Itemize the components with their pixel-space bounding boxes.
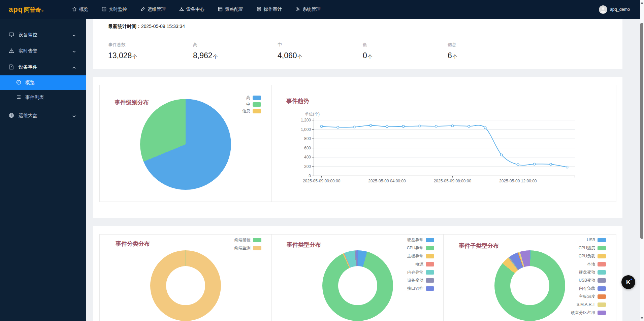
legend-label: 硬盘异常: [407, 237, 423, 243]
legend-swatch: [598, 302, 606, 307]
scroll-up-arrow[interactable]: [641, 2, 643, 4]
svg-text:600: 600: [304, 146, 311, 150]
legend-swatch: [598, 294, 606, 299]
nav-item-system-management[interactable]: 系统管理: [295, 0, 321, 19]
stat-unit: 个: [368, 54, 373, 59]
svg-text:800: 800: [304, 136, 311, 141]
nav-item-audit[interactable]: 操作审计: [257, 0, 282, 19]
legend-swatch: [598, 246, 606, 250]
k-assistant-floating-button[interactable]: K: [621, 275, 635, 289]
stat-unit: 个: [132, 54, 137, 59]
scroll-down-arrow[interactable]: [641, 317, 643, 319]
event-category-legend: 终端管控终端监测: [234, 236, 261, 252]
donut-hole: [510, 266, 549, 305]
legend-swatch: [598, 311, 606, 315]
sidebar-item-device-monitor[interactable]: 设备监控: [0, 27, 86, 43]
legend-swatch: [598, 262, 606, 266]
legend-item[interactable]: 接口管控: [407, 284, 434, 292]
chart-title-event-subtype: 事件子类型分布: [459, 242, 499, 250]
stat-value: 0: [363, 51, 367, 60]
top-navbar: apq阿普奇® 概览 实时监控 运维管理 设备中心 策略配置 操作审计 系统: [0, 0, 644, 19]
registered-mark: ®: [41, 9, 43, 12]
legend-item[interactable]: CPU负载: [571, 252, 606, 260]
network-nodes-icon: [179, 7, 184, 12]
stat-unit: 个: [298, 54, 302, 59]
event-subtype-donut-chart[interactable]: [494, 250, 565, 321]
legend-label: 硬盘变动: [579, 270, 595, 275]
legend-item[interactable]: 设备变动: [407, 276, 434, 284]
legend-item[interactable]: 硬盘分区占用: [571, 309, 606, 317]
stat-unit: 个: [453, 54, 457, 59]
monitor-chart-icon: [102, 7, 106, 12]
legend-item[interactable]: 终端管控: [234, 236, 261, 244]
legend-item[interactable]: 硬盘异常: [407, 236, 434, 244]
home-icon: [72, 7, 77, 12]
legend-item[interactable]: CPU温度: [571, 244, 606, 252]
nav-item-ops-management[interactable]: 运维管理: [140, 0, 166, 19]
nav-item-device-center[interactable]: 设备中心: [179, 0, 204, 19]
sidebar-item-realtime-alerts[interactable]: 实时告警: [0, 43, 86, 59]
chart-title-event-category: 事件分类分布: [116, 240, 150, 248]
main-navigation: 概览 实时监控 运维管理 设备中心 策略配置 操作审计 系统管理: [72, 0, 321, 19]
sidebar: 设备监控 实时告警 设备事件 概览 事件列表 运维大盘: [0, 19, 86, 321]
nav-item-policy-config[interactable]: 策略配置: [218, 0, 243, 19]
event-level-pie-chart[interactable]: [140, 99, 231, 190]
event-type-section: 事件类型分布 硬盘异常CPU异常主板异常电源内存异常设备变动接口管控: [271, 235, 444, 321]
chart-title-event-type: 事件类型分布: [287, 241, 321, 249]
username-text: apq_demo: [610, 7, 630, 12]
legend-item[interactable]: 信息: [242, 108, 261, 114]
event-trend-section: 事件趋势 单位(个) 02004006008001,0001,2002025-0…: [271, 85, 617, 202]
legend-item[interactable]: 终端监测: [234, 244, 261, 252]
stat-label: 高: [193, 42, 218, 48]
sidebar-item-device-events[interactable]: 设备事件: [0, 59, 86, 75]
stat-medium: 中 4,060个: [278, 42, 302, 60]
legend-item[interactable]: 高: [242, 94, 261, 101]
svg-text:2025-05-09 00:00:00: 2025-05-09 00:00:00: [303, 179, 341, 183]
sidebar-subitem-event-list[interactable]: 事件列表: [0, 90, 86, 105]
legend-item[interactable]: 硬盘变动: [571, 268, 606, 276]
last-updated-value: 2025-05-09 15:33:34: [141, 24, 185, 29]
legend-item[interactable]: 本地: [571, 260, 606, 268]
legend-item[interactable]: 主板异常: [407, 252, 434, 260]
sidebar-item-label: 设备事件: [19, 64, 37, 70]
event-type-donut-chart[interactable]: [322, 250, 393, 321]
vertical-scrollbar[interactable]: [640, 0, 644, 321]
list-icon: [16, 95, 25, 101]
stat-value: 4,060: [278, 51, 297, 60]
nav-item-label: 策略配置: [225, 6, 243, 12]
sidebar-item-ops-dashboard[interactable]: 运维大盘: [0, 108, 86, 124]
event-category-donut-chart[interactable]: [150, 250, 221, 321]
legend-label: 本地: [587, 261, 595, 267]
nav-item-overview[interactable]: 概览: [72, 0, 88, 19]
legend-label: 内存异常: [407, 270, 423, 275]
user-menu[interactable]: apq_demo: [599, 5, 630, 14]
legend-item[interactable]: CPU异常: [407, 244, 434, 252]
sidebar-subitem-overview[interactable]: 概览: [0, 75, 86, 90]
legend-item[interactable]: S.M.A.R.T: [571, 300, 606, 309]
legend-item[interactable]: USB变动: [571, 276, 606, 284]
stat-label: 中: [278, 42, 302, 48]
nav-item-label: 实时监控: [109, 6, 127, 12]
nav-item-label: 系统管理: [302, 6, 321, 12]
globe-icon: [9, 113, 19, 119]
nav-item-realtime-monitor[interactable]: 实时监控: [102, 0, 127, 19]
legend-label: S.M.A.R.T: [577, 302, 595, 307]
scrollbar-thumb[interactable]: [640, 23, 643, 239]
chart-title-event-level: 事件级别分布: [115, 99, 149, 106]
svg-text:1,200: 1,200: [301, 118, 311, 122]
legend-swatch: [426, 246, 434, 250]
legend-item[interactable]: 主板温度: [571, 292, 606, 300]
legend-item[interactable]: 内存负载: [571, 284, 606, 292]
event-level-legend: 高中信息: [242, 94, 261, 114]
legend-item[interactable]: 内存异常: [407, 268, 434, 276]
legend-swatch: [253, 109, 261, 113]
sidebar-item-label: 实时告警: [19, 48, 37, 54]
legend-swatch: [426, 270, 434, 275]
event-category-section: 事件分类分布 终端管控终端监测: [100, 235, 271, 321]
nav-item-label: 操作审计: [264, 6, 282, 12]
event-trend-line-chart[interactable]: 02004006008001,0001,2002025-05-09 00:00:…: [272, 85, 617, 189]
legend-item[interactable]: 中: [242, 101, 261, 108]
legend-item[interactable]: USB: [571, 236, 606, 244]
legend-item[interactable]: 电源: [407, 260, 434, 268]
brand-logo[interactable]: apq阿普奇®: [9, 5, 52, 14]
